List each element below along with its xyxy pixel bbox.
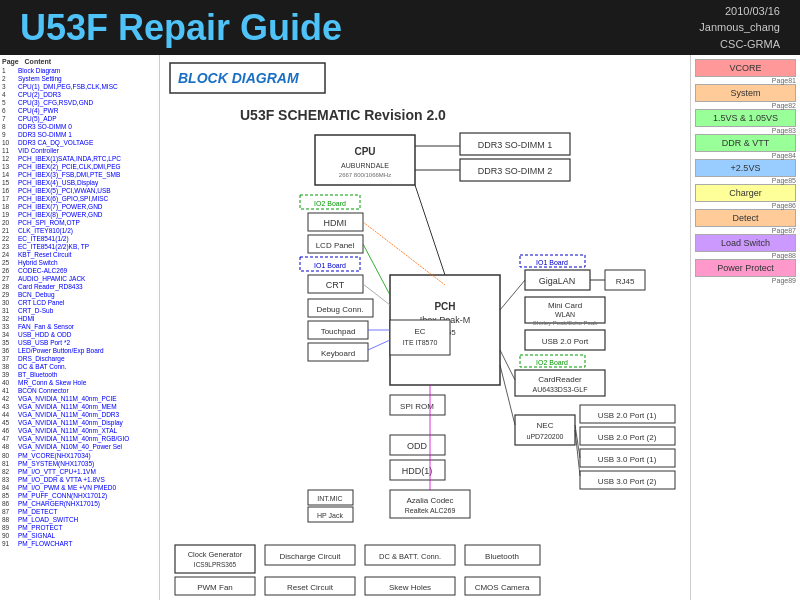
svg-text:USB 2.0 Port (1): USB 2.0 Port (1): [598, 411, 657, 420]
svg-text:DDR3 SO-DIMM 2: DDR3 SO-DIMM 2: [478, 166, 553, 176]
sidebar-item: 26CODEC-ALC269: [2, 266, 157, 274]
svg-text:IO1 Board: IO1 Board: [314, 262, 346, 269]
svg-text:IO2 Board: IO2 Board: [314, 200, 346, 207]
svg-text:ICS9LPRS365: ICS9LPRS365: [194, 561, 237, 568]
svg-text:INT.MIC: INT.MIC: [317, 495, 342, 502]
sidebar-item: 81PM_SYSTEM(NHX17035): [2, 459, 157, 467]
right-page-label: Page82: [695, 102, 796, 109]
sidebar-item: 44VGA_NVIDIA_N11M_40nm_DDR3: [2, 410, 157, 418]
svg-text:DC & BATT. Conn.: DC & BATT. Conn.: [379, 552, 441, 561]
sidebar-item: 32HDMI: [2, 314, 157, 322]
svg-text:Keyboard: Keyboard: [321, 349, 355, 358]
sidebar-item: 90PM_SIGNAL: [2, 531, 157, 539]
right-panel-btn-ddr[interactable]: 1.5VS & 1.05VS: [695, 109, 796, 127]
right-page-label: Page81: [695, 77, 796, 84]
svg-text:Bluetooth: Bluetooth: [485, 552, 519, 561]
sidebar-item: 30CRT LCD Panel: [2, 298, 157, 306]
right-panel-btn-ddr[interactable]: DDR & VTT: [695, 134, 796, 152]
svg-text:Discharge Circuit: Discharge Circuit: [280, 552, 342, 561]
sidebar-item: 82PM_I/O_VTT_CPU+1.1VM: [2, 467, 157, 475]
sidebar-item: 29BCN_Debug: [2, 290, 157, 298]
right-panel-btn-svs[interactable]: +2.5VS: [695, 159, 796, 177]
sidebar-item: 19PCH_IBEX(8)_POWER,GND: [2, 210, 157, 218]
sidebar-item: 35USB_USB Port *2: [2, 338, 157, 346]
header: U53F Repair Guide 2010/03/16 Janmous_cha…: [0, 0, 800, 55]
svg-text:LCD Panel: LCD Panel: [316, 241, 355, 250]
svg-text:Realtek ALC269: Realtek ALC269: [405, 507, 456, 514]
svg-text:USB 2.0 Port: USB 2.0 Port: [542, 337, 589, 346]
sidebar-item: 84PM_I/O_PWM & ME +VN PMED0: [2, 483, 157, 491]
sidebar-item: 9DDR3 SO-DIMM 1: [2, 130, 157, 138]
svg-text:PWM Fan: PWM Fan: [197, 583, 233, 592]
sidebar-item: 4CPU(2)_DDR3: [2, 90, 157, 98]
sidebar-item: 2System Setting: [2, 74, 157, 82]
svg-text:DDR3 SO-DIMM 1: DDR3 SO-DIMM 1: [478, 140, 553, 150]
sidebar-item: 18PCH_IBEX(7)_POWER,GND: [2, 202, 157, 210]
svg-text:Azalia Codec: Azalia Codec: [406, 496, 453, 505]
right-panel-btn-system[interactable]: System: [695, 84, 796, 102]
sidebar-item: 15PCH_IBEX(4)_USB,Display: [2, 178, 157, 186]
sidebar-item: 41BCON Connector: [2, 386, 157, 394]
right-panel-btn-charger[interactable]: Charger: [695, 184, 796, 202]
page-title: U53F Repair Guide: [20, 7, 342, 49]
svg-text:CRT: CRT: [326, 280, 345, 290]
sidebar-item: 38DC & BAT Conn.: [2, 362, 157, 370]
diagram-area: BLOCK DIAGRAM U53F SCHEMATIC Revision 2.…: [160, 55, 690, 600]
right-page-label: Page85: [695, 177, 796, 184]
svg-text:Clock Generator: Clock Generator: [188, 550, 243, 559]
sidebar-item: 89PM_PROTECT: [2, 523, 157, 531]
sidebar-item: 8DDR3 SO-DIMM 0: [2, 122, 157, 130]
right-page-label: Page88: [695, 252, 796, 259]
sidebar-item: 21CLK_ITEY810(1/2): [2, 226, 157, 234]
svg-text:PCH: PCH: [434, 301, 455, 312]
sidebar-item: 24KBT_Reset Circuit: [2, 250, 157, 258]
svg-text:WLAN: WLAN: [555, 311, 575, 318]
right-page-label: Page87: [695, 227, 796, 234]
sidebar-item: 87PM_DETECT: [2, 507, 157, 515]
sidebar: Page Content 1Block Diagram2System Setti…: [0, 55, 160, 600]
svg-text:U53F SCHEMATIC Revision 2.0: U53F SCHEMATIC Revision 2.0: [240, 107, 446, 123]
sidebar-item: 1Block Diagram: [2, 66, 157, 74]
svg-text:ODD: ODD: [407, 441, 428, 451]
sidebar-item: 31CRT_D-Sub: [2, 306, 157, 314]
right-panel-btn-vcore[interactable]: VCORE: [695, 59, 796, 77]
svg-rect-34: [390, 320, 450, 355]
right-panel-btn-detect[interactable]: Detect: [695, 209, 796, 227]
svg-text:ITE IT8570: ITE IT8570: [403, 339, 438, 346]
sidebar-item: 33FAN_Fan & Sensor: [2, 322, 157, 330]
sidebar-item: 86PM_CHARGER(NHX17015): [2, 499, 157, 507]
sidebar-item: 37DRS_Discharge: [2, 354, 157, 362]
svg-text:CardReader: CardReader: [538, 375, 582, 384]
sidebar-item: 27AUDIO_HPAMIC JACK: [2, 274, 157, 282]
svg-text:CMOS Camera: CMOS Camera: [475, 583, 530, 592]
right-panel: VCOREPage81SystemPage821.5VS & 1.05VSPag…: [690, 55, 800, 600]
right-panel-btn-loadswitch[interactable]: Load Switch: [695, 234, 796, 252]
sidebar-item: 11VID Controller: [2, 146, 157, 154]
svg-text:NEC: NEC: [537, 421, 554, 430]
sidebar-item: 5CPU(3)_CFG,RSVD,GND: [2, 98, 157, 106]
sidebar-item: 22EC_ITE8541(1/2): [2, 234, 157, 242]
right-page-label: Page83: [695, 127, 796, 134]
svg-text:Shirley Peak/Echo Peak: Shirley Peak/Echo Peak: [533, 320, 598, 326]
block-diagram-svg: BLOCK DIAGRAM U53F SCHEMATIC Revision 2.…: [160, 55, 690, 600]
sidebar-item: 23EC_ITE8541(2/2)KB, TP: [2, 242, 157, 250]
sidebar-item: 83PM_I/O_DDR & VTTA +1.8VS: [2, 475, 157, 483]
svg-text:CPU: CPU: [354, 146, 375, 157]
sidebar-item: 16PCH_IBEX(5)_PCI,WWAN,USB: [2, 186, 157, 194]
svg-text:RJ45: RJ45: [616, 277, 635, 286]
right-panel-btn-powerprotect[interactable]: Power Protect: [695, 259, 796, 277]
svg-text:USB 2.0 Port (2): USB 2.0 Port (2): [598, 433, 657, 442]
svg-text:HDD(1): HDD(1): [402, 466, 433, 476]
svg-text:IO2 Board: IO2 Board: [536, 359, 568, 366]
svg-text:HP Jack: HP Jack: [317, 512, 343, 519]
sidebar-item: 36LED/Power Button/Exp Board: [2, 346, 157, 354]
sidebar-item: 17PCH_IBEX(6)_GPIO,SPI,MISC: [2, 194, 157, 202]
sidebar-item: 80PM_VCORE(NHX17034): [2, 451, 157, 459]
sidebar-item: 85PM_PUFF_CONN(NHX17012): [2, 491, 157, 499]
right-page-label: Page89: [695, 277, 796, 284]
main-layout: Page Content 1Block Diagram2System Setti…: [0, 55, 800, 600]
sidebar-item: 12PCH_IBEX(1)SATA,INDA,RTC,LPC: [2, 154, 157, 162]
sidebar-item: 13PCH_IBEX(2)_PCIE,CLK,DMI,PEG: [2, 162, 157, 170]
sidebar-item: 20PCH_SPI_ROM,OTP: [2, 218, 157, 226]
svg-text:AUBURNDALE: AUBURNDALE: [341, 162, 389, 169]
